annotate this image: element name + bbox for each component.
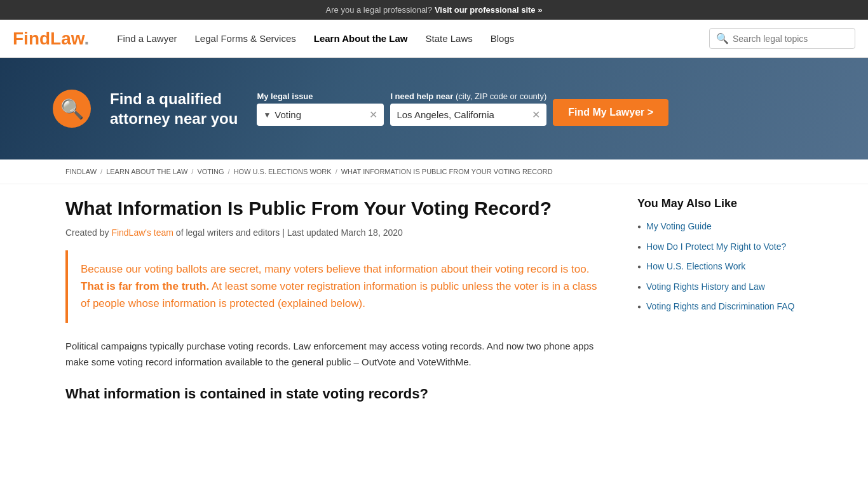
article-meta: Created by FindLaw's team of legal write… [65,227,612,238]
highlight-text1: Because our voting ballots are secret, m… [81,263,589,275]
hero-content: 🔍 Find a qualifiedattorney near you My l… [53,89,815,128]
sidebar-list-item: My Voting Guide [637,220,803,233]
breadcrumb: FINDLAW/LEARN ABOUT THE LAW/VOTING/HOW U… [53,159,815,184]
breadcrumb-current: WHAT INFORMATION IS PUBLIC FROM YOUR VOT… [341,168,553,175]
hero-search-icon: 🔍 [53,90,91,128]
sidebar-link[interactable]: Voting Rights History and Law [646,281,765,294]
hero-section: 🔍 Find a qualifiedattorney near you My l… [0,58,868,159]
main-container: What Information Is Public From Your Vot… [53,184,815,423]
sidebar-list-item: Voting Rights and Discrimination FAQ [637,301,803,313]
findlaw-team-link[interactable]: FindLaw's team [111,227,173,238]
breadcrumb-link[interactable]: VOTING [197,168,224,175]
article-subheading: What information is contained in state v… [65,386,612,402]
legal-issue-select[interactable]: Voting [275,109,367,120]
nav-item-learn-about-the-law[interactable]: Learn About the Law [305,20,417,58]
body-paragraph: Political campaigns typically purchase v… [65,338,612,370]
breadcrumb-separator: / [191,168,193,175]
sidebar-list-item: Voting Rights History and Law [637,281,803,294]
top-banner: Are you a legal professional? Visit our … [0,0,868,20]
main-nav: Find a LawyerLegal Forms & ServicesLearn… [108,20,709,58]
hero-tagline: Find a qualifiedattorney near you [110,89,238,128]
find-lawyer-button[interactable]: Find My Lawyer > [553,99,668,126]
search-box: 🔍 [709,28,855,49]
location-input[interactable] [397,109,529,120]
legal-issue-label: My legal issue [257,92,384,101]
article-title: What Information Is Public From Your Vot… [65,197,612,220]
sidebar-link[interactable]: How U.S. Elections Work [646,261,745,273]
nav-item-legal-forms-&-services[interactable]: Legal Forms & Services [186,20,305,58]
search-input[interactable] [733,34,848,44]
nav-item-blogs[interactable]: Blogs [482,20,524,58]
search-icon: 🔍 [716,32,729,44]
sidebar-links-list: My Voting GuideHow Do I Protect My Right… [637,220,803,313]
banner-text: Are you a legal professional? [326,5,433,15]
meta-prefix: Created by [65,227,111,238]
nav-item-state-laws[interactable]: State Laws [417,20,482,58]
breadcrumb-link[interactable]: FINDLAW [65,168,97,175]
highlight-block: Because our voting ballots are secret, m… [65,250,612,323]
sidebar-title: You May Also Like [637,197,803,210]
breadcrumb-separator: / [100,168,102,175]
logo[interactable]: FindLaw. [13,29,89,49]
breadcrumb-container: FINDLAW/LEARN ABOUT THE LAW/VOTING/HOW U… [0,159,868,184]
location-input-wrap: ✕ [390,104,546,126]
highlight-text: Because our voting ballots are secret, m… [81,261,599,313]
sidebar-link[interactable]: Voting Rights and Discrimination FAQ [646,301,794,313]
lawyer-search-form: My legal issue ▼ Voting ✕ I need help ne… [257,92,815,126]
header: FindLaw. Find a LawyerLegal Forms & Serv… [0,20,868,58]
clear-location-button[interactable]: ✕ [532,109,540,121]
legal-issue-select-wrap: ▼ Voting ✕ [257,104,384,126]
dropdown-arrow-icon: ▼ [263,111,271,119]
sidebar-link[interactable]: My Voting Guide [646,220,712,233]
breadcrumb-separator: / [228,168,230,175]
legal-issue-field: My legal issue ▼ Voting ✕ [257,92,384,126]
location-sublabel: (city, ZIP code or county) [456,92,546,101]
sidebar-list-item: How U.S. Elections Work [637,261,803,273]
bold-highlight: That is far from the truth. [81,280,209,292]
location-label: I need help near (city, ZIP code or coun… [390,92,546,101]
breadcrumb-separator: / [336,168,337,175]
breadcrumb-link[interactable]: LEARN ABOUT THE LAW [106,168,187,175]
sidebar-list-item: How Do I Protect My Right to Vote? [637,241,803,254]
professional-site-link[interactable]: Visit our professional site » [435,5,543,15]
clear-legal-issue-button[interactable]: ✕ [369,109,377,121]
nav-item-find-a-lawyer[interactable]: Find a Lawyer [108,20,186,58]
meta-suffix: of legal writers and editors | Last upda… [173,227,403,238]
article-content: What Information Is Public From Your Vot… [65,197,612,410]
sidebar: You May Also Like My Voting GuideHow Do … [637,197,803,410]
breadcrumb-link[interactable]: HOW U.S. ELECTIONS WORK [234,168,332,175]
location-field: I need help near (city, ZIP code or coun… [390,92,546,126]
article-body: Political campaigns typically purchase v… [65,338,612,402]
sidebar-link[interactable]: How Do I Protect My Right to Vote? [646,241,786,254]
